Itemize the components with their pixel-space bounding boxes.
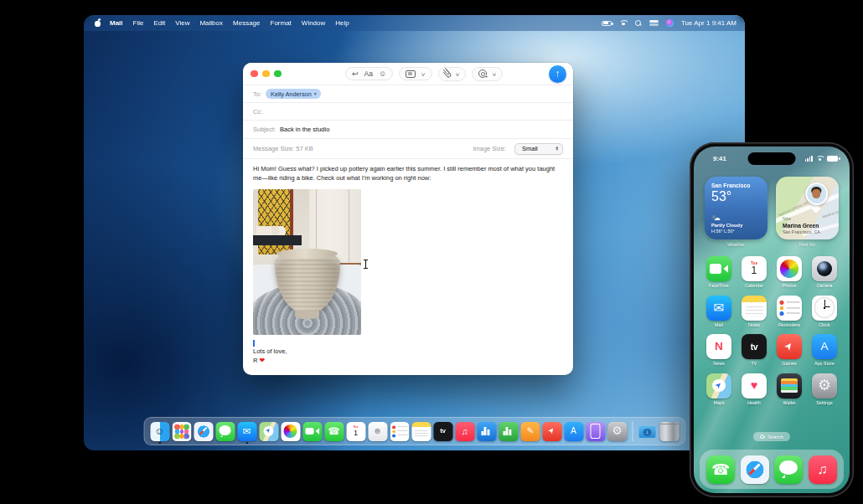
subject-field-row[interactable]: Subject: Back in the studio <box>243 121 573 139</box>
trash-icon[interactable] <box>659 422 679 441</box>
dock-app-music[interactable] <box>455 422 474 441</box>
downloads-icon[interactable] <box>638 422 657 441</box>
image-size-select[interactable]: Small ▲▼ <box>514 143 563 155</box>
music-icon[interactable] <box>455 422 474 441</box>
media-browser-icon[interactable] <box>406 70 416 78</box>
dock-app-notes[interactable] <box>411 422 431 441</box>
weather-widget[interactable]: San Francisco 53° ☼☁ Partly Cloudy H:56°… <box>705 177 767 239</box>
menu-item-mailbox[interactable]: Mailbox <box>194 19 228 27</box>
maps-icon[interactable] <box>706 373 731 399</box>
music-icon[interactable] <box>809 455 837 484</box>
settings-icon[interactable] <box>607 422 627 441</box>
iphone-mirroring-icon[interactable] <box>586 422 605 441</box>
health-icon[interactable] <box>742 373 767 399</box>
app-store-icon[interactable] <box>564 422 583 441</box>
photos-icon[interactable] <box>777 256 802 281</box>
iphone-app-maps[interactable]: Maps <box>701 373 736 405</box>
safari-icon[interactable] <box>741 455 769 484</box>
insert-more-icon[interactable] <box>478 69 487 78</box>
photos-icon[interactable] <box>281 422 300 441</box>
camera-icon[interactable] <box>812 256 837 281</box>
recipient-token[interactable]: Kelly Anderson ▾ <box>266 89 321 99</box>
calendar-icon[interactable]: Tue1 <box>742 256 767 281</box>
dock-app-calendar[interactable]: Tue1 <box>346 422 365 441</box>
cc-field-row[interactable]: Cc: <box>243 103 573 121</box>
messages-icon[interactable] <box>774 455 803 484</box>
phone-icon[interactable] <box>324 422 344 441</box>
iphone-app-mail[interactable]: Mail <box>701 296 736 327</box>
zoom-button[interactable] <box>274 70 282 78</box>
numbers-icon[interactable] <box>499 422 518 441</box>
iphone-app-tv[interactable]: TV <box>736 334 772 366</box>
spotlight-search-pill[interactable]: Search <box>753 432 790 441</box>
iphone-dock-messages[interactable] <box>774 455 803 484</box>
dock-app-phone[interactable] <box>324 422 344 441</box>
menu-item-format[interactable]: Format <box>266 19 297 27</box>
siri-icon[interactable] <box>666 19 674 27</box>
notes-icon[interactable] <box>742 296 767 321</box>
dock-app-messages[interactable] <box>215 422 235 441</box>
iphone-app-clock[interactable]: Clock <box>807 296 842 327</box>
notes-icon[interactable] <box>411 422 431 441</box>
iphone-dock-phone[interactable] <box>706 455 735 484</box>
dock-app-reminders[interactable] <box>390 422 409 441</box>
messages-icon[interactable] <box>215 422 235 441</box>
iphone-app-news[interactable]: News <box>701 334 736 366</box>
control-center-icon[interactable] <box>649 20 659 26</box>
mail-icon[interactable] <box>237 422 256 441</box>
mail-icon[interactable] <box>706 296 731 321</box>
iphone-app-calendar[interactable]: Tue1Calendar <box>736 256 772 288</box>
dock-app-games[interactable] <box>542 422 561 441</box>
battery-icon[interactable] <box>602 21 612 26</box>
send-button[interactable]: ↑ <box>549 65 566 83</box>
reminders-icon[interactable] <box>390 422 409 441</box>
iphone-dock-safari[interactable] <box>741 455 769 484</box>
dock-app-numbers[interactable] <box>499 422 518 441</box>
news-icon[interactable] <box>706 334 731 359</box>
dock-app-app-store[interactable] <box>564 422 583 441</box>
menu-bar-clock[interactable]: Tue Apr 1 9:41 AM <box>681 19 736 27</box>
to-field-row[interactable]: To: Kelly Anderson ▾ <box>243 85 573 103</box>
attachment-icon[interactable] <box>442 69 452 78</box>
facetime-icon[interactable] <box>302 422 322 441</box>
iphone-dock-music[interactable] <box>809 455 837 484</box>
message-body[interactable]: Hi Mom! Guess what? I picked up pottery … <box>243 159 573 366</box>
iphone-app-photos[interactable]: Photos <box>772 256 807 288</box>
menu-item-edit[interactable]: Edit <box>148 19 170 27</box>
app-store-icon[interactable] <box>812 334 837 359</box>
finder-icon[interactable] <box>150 422 169 441</box>
iphone-app-wallet[interactable]: Wallet <box>772 373 807 405</box>
wifi-icon[interactable] <box>619 20 628 27</box>
format-icon[interactable]: Aa <box>364 70 373 78</box>
tv-icon[interactable] <box>742 334 767 359</box>
launchpad-icon[interactable] <box>172 422 191 441</box>
findmy-widget[interactable]: MARINA GREEN DR MARINA BLV Now Marina Gr… <box>776 177 839 239</box>
contacts-icon[interactable] <box>368 422 387 441</box>
menu-item-view[interactable]: View <box>170 19 194 27</box>
settings-icon[interactable] <box>812 373 837 399</box>
close-button[interactable] <box>251 70 258 78</box>
facetime-icon[interactable] <box>706 256 731 281</box>
dock-app-contacts[interactable] <box>368 422 387 441</box>
dock-app-iphone-mirroring[interactable] <box>586 422 605 441</box>
dock-app-settings[interactable] <box>607 422 627 441</box>
dock-trash[interactable] <box>659 422 679 441</box>
phone-icon[interactable] <box>706 455 735 484</box>
menu-item-help[interactable]: Help <box>330 19 354 27</box>
iphone-app-camera[interactable]: Camera <box>807 256 842 288</box>
keynote-icon[interactable] <box>477 422 496 441</box>
safari-icon[interactable] <box>194 422 213 441</box>
dock-app-keynote[interactable] <box>477 422 496 441</box>
menu-item-file[interactable]: File <box>128 19 149 27</box>
iphone-app-settings[interactable]: Settings <box>807 373 842 405</box>
emoji-icon[interactable]: ☺ <box>379 70 386 78</box>
iphone-app-facetime[interactable]: FaceTime <box>701 256 736 288</box>
iphone-app-reminders[interactable]: Reminders <box>772 296 807 327</box>
calendar-icon[interactable]: Tue1 <box>346 422 365 441</box>
dock-app-safari[interactable] <box>194 422 213 441</box>
iphone-app-app-store[interactable]: App Store <box>807 334 842 366</box>
dock-app-tv[interactable] <box>433 422 452 441</box>
dock-app-facetime[interactable] <box>302 422 322 441</box>
iphone-app-games[interactable]: Games <box>772 334 807 366</box>
apple-menu-icon[interactable] <box>94 19 101 28</box>
